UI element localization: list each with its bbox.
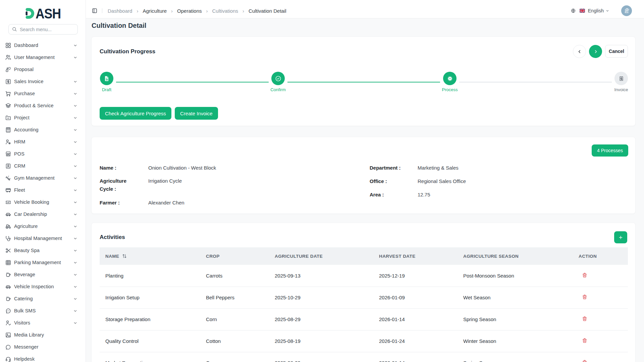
svg-text:ASH: ASH (36, 8, 61, 19)
